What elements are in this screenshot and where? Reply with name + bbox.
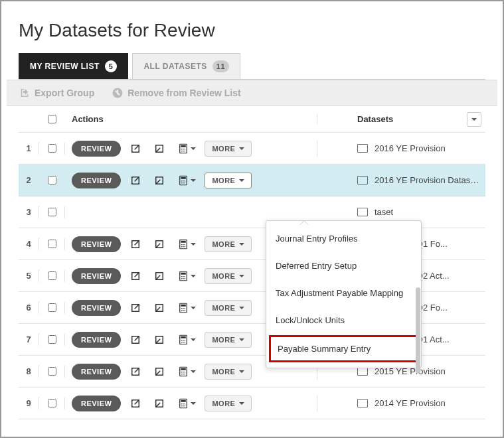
export-icon-button[interactable] (150, 175, 169, 186)
import-icon-button[interactable] (126, 334, 145, 346)
more-dropdown-menu: Journal Entry ProfilesDeferred Entry Set… (266, 220, 422, 368)
export-icon-button[interactable] (150, 334, 169, 346)
page-title: My Datasets for Review (19, 20, 485, 41)
import-icon-button[interactable] (126, 175, 145, 186)
export-icon-button[interactable] (150, 143, 169, 155)
more-button[interactable]: MORE (205, 364, 252, 380)
review-button[interactable]: REVIEW (72, 173, 121, 188)
datasets-column-menu[interactable] (467, 112, 481, 127)
folder-icon (357, 144, 368, 153)
more-button[interactable]: MORE (205, 268, 252, 284)
calculator-icon (177, 270, 189, 282)
chevron-down-icon (191, 179, 196, 184)
row-checkbox[interactable] (48, 399, 56, 407)
chevron-down-icon (191, 147, 196, 153)
dataset-cell[interactable]: taset (351, 207, 485, 217)
dataset-name: 2016 YE Provision Dataset ... (375, 175, 481, 185)
export-icon-button[interactable] (150, 238, 169, 250)
menu-item[interactable]: Deferred Entry Setup (266, 252, 421, 279)
export-label: Export Group (35, 88, 94, 98)
remove-from-list-button[interactable]: Remove from Review List (112, 87, 240, 99)
review-button[interactable]: REVIEW (72, 396, 121, 411)
dataset-cell[interactable]: 2016 YE Provision Dataset ... (351, 175, 485, 185)
menu-item[interactable]: Journal Entry Profiles (266, 225, 421, 252)
menu-item[interactable]: Lock/Unlock Units (266, 307, 421, 334)
calculator-button[interactable] (174, 366, 199, 378)
calculator-button[interactable] (174, 175, 199, 186)
row-checkbox[interactable] (48, 271, 56, 280)
menu-item[interactable]: Payable Summary Entry (269, 335, 418, 362)
export-group-button[interactable]: Export Group (19, 87, 94, 99)
more-button[interactable]: MORE (205, 173, 252, 188)
row-checkbox[interactable] (48, 208, 56, 216)
chevron-down-icon (239, 338, 244, 344)
review-button[interactable]: REVIEW (72, 141, 121, 157)
import-icon-button[interactable] (126, 398, 145, 409)
chevron-down-icon (239, 147, 244, 153)
import-icon (129, 366, 141, 378)
calculator-icon (177, 366, 189, 378)
tab-badge: 11 (212, 60, 229, 72)
more-button[interactable]: MORE (205, 332, 252, 348)
export-icon-button[interactable] (150, 302, 169, 314)
select-all-checkbox[interactable] (48, 115, 56, 123)
import-icon (129, 238, 141, 250)
export-icon (153, 270, 165, 282)
chevron-down-icon (191, 307, 196, 312)
calculator-button[interactable] (174, 270, 199, 282)
row-checkbox[interactable] (48, 303, 56, 312)
row-number: 7 (19, 334, 39, 344)
row-checkbox[interactable] (48, 144, 56, 153)
row-number: 3 (19, 207, 39, 217)
row-checkbox[interactable] (48, 367, 56, 376)
calculator-button[interactable] (174, 143, 199, 155)
chevron-down-icon (191, 275, 196, 280)
export-icon (19, 87, 31, 99)
import-icon (129, 334, 141, 346)
import-icon-button[interactable] (126, 366, 145, 378)
export-icon (153, 334, 165, 346)
dataset-cell[interactable]: 2014 YE Provision (351, 398, 485, 408)
review-button[interactable]: REVIEW (72, 364, 121, 380)
export-icon-button[interactable] (150, 270, 169, 282)
export-icon-button[interactable] (150, 398, 169, 409)
chevron-down-icon (191, 370, 196, 376)
review-button[interactable]: REVIEW (72, 300, 121, 316)
row-actions: REVIEWMORE (65, 396, 317, 411)
import-icon-button[interactable] (126, 302, 145, 314)
import-icon-button[interactable] (126, 238, 145, 250)
more-button[interactable]: MORE (205, 396, 252, 411)
calculator-icon (177, 398, 189, 409)
dataset-cell[interactable]: 2016 YE Provision (351, 143, 485, 153)
more-button[interactable]: MORE (205, 300, 252, 316)
row-checkbox[interactable] (48, 335, 56, 344)
chevron-down-icon (239, 402, 244, 407)
calculator-button[interactable] (174, 238, 199, 250)
import-icon-button[interactable] (126, 143, 145, 155)
row-checkbox[interactable] (48, 176, 56, 184)
calculator-button[interactable] (174, 398, 199, 409)
menu-item[interactable]: Tax Adjustment Payable Mapping (266, 279, 421, 307)
calculator-button[interactable] (174, 334, 199, 346)
import-icon (129, 302, 141, 314)
row-number: 9 (19, 398, 39, 408)
tab-all-datasets[interactable]: ALL DATASETS 11 (132, 53, 240, 79)
table-row: 2REVIEWMORE 2016 YE Provision Dataset ..… (19, 165, 485, 196)
import-icon-button[interactable] (126, 270, 145, 282)
review-button[interactable]: REVIEW (72, 236, 121, 252)
row-checkbox[interactable] (48, 240, 56, 248)
more-button[interactable]: MORE (205, 236, 252, 252)
export-icon (153, 143, 165, 155)
tab-badge: 5 (105, 60, 118, 72)
export-icon (153, 238, 165, 250)
review-button[interactable]: REVIEW (72, 268, 121, 284)
more-button[interactable]: MORE (205, 141, 252, 157)
folder-icon (357, 399, 368, 407)
scrollbar-thumb[interactable] (416, 287, 420, 374)
review-button[interactable]: REVIEW (72, 332, 121, 348)
calculator-button[interactable] (174, 302, 199, 314)
row-number: 1 (19, 143, 39, 153)
row-number: 6 (19, 303, 39, 313)
export-icon-button[interactable] (150, 366, 169, 378)
tab-my-review-list[interactable]: MY REVIEW LIST 5 (19, 53, 128, 79)
